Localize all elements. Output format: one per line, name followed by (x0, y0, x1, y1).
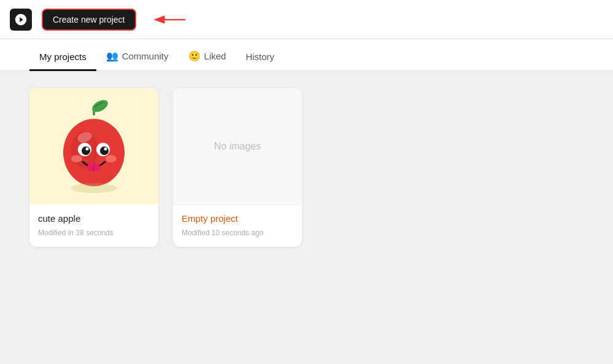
svg-point-10 (82, 146, 90, 155)
tab-community[interactable]: 👥 Community (96, 43, 179, 71)
card-modified-cute-apple: Modified in 38 seconds (38, 229, 150, 237)
header: Create new project (0, 0, 613, 39)
card-image-empty: No images (173, 88, 302, 205)
card-info-empty: Empty project Modified 10 seconds ago (173, 205, 302, 247)
card-info-cute-apple: cute apple Modified in 38 seconds (29, 205, 158, 247)
svg-point-13 (104, 148, 107, 151)
liked-icon: 🙂 (188, 50, 201, 62)
card-title-empty: Empty project (182, 213, 293, 224)
tab-history-label: History (245, 51, 274, 62)
svg-point-18 (71, 183, 117, 193)
tab-history[interactable]: History (236, 44, 284, 71)
card-image-cute-apple (29, 88, 158, 205)
svg-point-17 (106, 155, 117, 162)
project-card-cute-apple[interactable]: cute apple Modified in 38 seconds (29, 88, 158, 247)
tabs-section: My projects 👥 Community 🙂 Liked History (0, 39, 613, 71)
project-card-empty[interactable]: No images Empty project Modified 10 seco… (173, 88, 302, 247)
create-new-project-button[interactable]: Create new project (42, 9, 136, 31)
svg-point-12 (86, 148, 89, 151)
svg-point-11 (100, 146, 109, 155)
no-images-text: No images (214, 141, 261, 152)
arrow-indicator (151, 11, 188, 28)
apple-svg (48, 97, 140, 195)
logo-button[interactable] (10, 9, 32, 31)
tab-community-label: Community (122, 51, 169, 61)
projects-grid: cute apple Modified in 38 seconds No ima… (0, 71, 613, 264)
svg-point-16 (71, 155, 82, 162)
community-icon: 👥 (106, 50, 118, 62)
tab-my-projects-label: My projects (39, 51, 87, 62)
tab-my-projects[interactable]: My projects (29, 44, 96, 71)
create-button-wrapper: Create new project (42, 9, 188, 31)
tab-liked[interactable]: 🙂 Liked (179, 43, 236, 71)
tab-liked-label: Liked (204, 51, 226, 61)
card-title-cute-apple: cute apple (38, 213, 150, 224)
card-modified-empty: Modified 10 seconds ago (182, 229, 293, 237)
